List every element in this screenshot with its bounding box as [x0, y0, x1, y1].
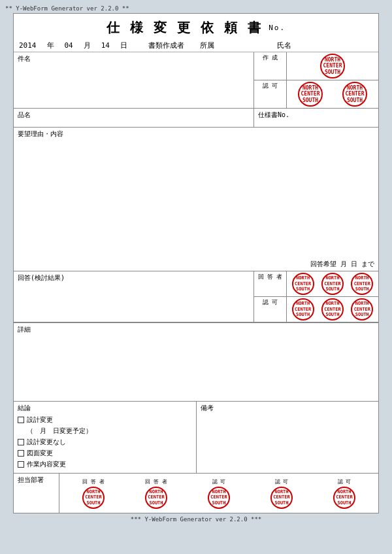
ninka-stamp-1: NORTH CENTER SOUTH — [298, 82, 323, 107]
ninka-stamp-2: NORTH CENTER SOUTH — [342, 82, 367, 107]
nen-label: 年 — [47, 41, 54, 50]
document: 仕 様 変 更 依 頼 書 No. 2014 年 04 月 14 日 書類作成者… — [13, 13, 379, 513]
ketsuron-item-2: 設計変更なし — [27, 438, 66, 447]
kenban-label: 件名 — [18, 55, 31, 62]
checkbox-4[interactable] — [18, 461, 24, 468]
checkbox-row-indent: （ 月 日変更予定） — [18, 426, 192, 436]
tantou-stamp-group-2: 回 答 者 NORTH CENTER SOUTH — [145, 478, 167, 509]
affiliation-label: 所属 — [200, 41, 214, 50]
tantou-stamp-label-3: 認 可 — [212, 478, 226, 485]
sakusei-stamps: NORTH CENTER SOUTH — [287, 52, 378, 80]
youbo-row: 要望理由・内容 回答希望 月 日 まで — [14, 128, 378, 271]
hinmei-label: 品名 — [18, 111, 31, 118]
kotae-kaito-stamp-3: NORTH CENTER SOUTH — [351, 273, 373, 295]
kaito-kibou-label: 回答希望 — [310, 260, 336, 269]
tsuki-label-2: 月 — [340, 260, 347, 269]
kotae-right: 回 答 者 NORTH CENTER SOUTH NORTH CENTER — [254, 271, 378, 322]
kenban-cell: 件名 — [14, 52, 254, 108]
checkbox-row-4: 作業内容変更 — [18, 460, 192, 469]
sakusei-label: 作 成 — [254, 52, 287, 80]
ninka-label: 認 可 — [254, 80, 287, 108]
tantou-stamp-label-1: 回 答 者 — [82, 478, 105, 485]
biko-cell: 備考 — [197, 402, 379, 473]
tantou-stamp-label-2: 回 答 者 — [145, 478, 167, 485]
checkbox-2[interactable] — [18, 439, 24, 445]
kotae-section: 回答(検討結果) 回 答 者 NORTH CENTER SOUTH — [14, 271, 378, 323]
kotae-top-row: 回答(検討結果) 回 答 者 NORTH CENTER SOUTH — [14, 271, 378, 322]
checkbox-row-2: 設計変更なし — [18, 438, 192, 447]
checkbox-row-1: 設計変更 — [18, 415, 192, 424]
title-no: No. — [269, 24, 286, 32]
shiyosho-cell: 仕様書No. — [254, 109, 378, 127]
tantou-stamp-5: NORTH CENTER SOUTH — [333, 487, 355, 509]
tantou-section: 担当部署 回 答 者 NORTH CENTER SOUTH — [14, 474, 378, 513]
document-title: 仕 様 変 更 依 頼 書 No. — [14, 14, 378, 39]
ketsuron-item-3: 図面変更 — [27, 449, 53, 458]
shousai-label: 詳細 — [18, 326, 31, 333]
hinmei-row: 品名 仕様書No. — [14, 109, 378, 128]
ketsuron-label-cell: 結論 — [18, 404, 192, 413]
nichi-label: 日 — [120, 41, 127, 50]
stamp-right: 作 成 NORTH CENTER SOUTH 認 可 — [254, 52, 378, 108]
youbo-label: 要望理由・内容 — [18, 130, 374, 139]
kotae-ninka-stamp-2: NORTH CENTER SOUTH — [321, 298, 344, 320]
kotae-kaito-stamp-1: NORTH CENTER SOUTH — [292, 273, 314, 295]
tantou-stamps-area: 回 答 者 NORTH CENTER SOUTH 回 答 者 NORTH — [59, 474, 378, 513]
shiyosho-label: 仕様書No. — [258, 111, 289, 118]
title-text: 仕 様 変 更 依 頼 書 — [106, 19, 262, 37]
tantou-stamp-4: NORTH CENTER SOUTH — [270, 487, 293, 509]
kotae-kaito-label: 回 答 者 — [254, 271, 287, 296]
tantou-stamp-label-4: 認 可 — [275, 478, 289, 485]
shousai-section: 詳細 — [14, 323, 378, 402]
kotae-kaito-row: 回 答 者 NORTH CENTER SOUTH NORTH CENTER — [254, 271, 378, 297]
youbo-bottom: 回答希望 月 日 まで — [18, 254, 374, 269]
tantou-stamp-group-5: 認 可 NORTH CENTER SOUTH — [333, 478, 355, 509]
kotae-label: 回答(検討結果) — [18, 274, 65, 281]
kenban-row: 件名 作 成 NORTH CENTER SOUTH — [14, 52, 378, 109]
creator-label: 書類作成者 — [148, 41, 184, 50]
tantou-stamp-group-4: 認 可 NORTH CENTER SOUTH — [270, 478, 293, 509]
ninka-row: 認 可 NORTH CENTER SOUTH NORTH CENTER SOUT… — [254, 80, 378, 108]
tantou-label-cell: 担当部署 — [14, 474, 59, 513]
checkbox-1[interactable] — [18, 417, 24, 423]
name-label: 氏名 — [277, 41, 291, 50]
nichi-label-2: 日 — [351, 260, 357, 269]
kotae-label-cell: 回答(検討結果) — [14, 271, 254, 322]
tantou-stamp-group-1: 回 答 者 NORTH CENTER SOUTH — [82, 478, 105, 509]
day: 14 — [101, 41, 110, 50]
month: 04 — [65, 41, 73, 50]
ketsuron-item-1: 設計変更 — [27, 415, 53, 424]
ketsuron-subitem-1: （ 月 日変更予定） — [27, 426, 92, 436]
app-title: ** Y-WebForm Generator ver 2.2.0 ** — [5, 5, 129, 12]
tantou-stamp-label-5: 認 可 — [338, 478, 351, 485]
ketsuron-label: 結論 — [18, 404, 31, 411]
tantou-stamp-1: NORTH CENTER SOUTH — [82, 487, 105, 509]
kotae-kaito-stamps: NORTH CENTER SOUTH NORTH CENTER SOUTH NO… — [287, 271, 378, 296]
tantou-label: 担当部署 — [18, 476, 44, 483]
sakusei-stamp-1: NORTH CENTER SOUTH — [320, 54, 345, 78]
hinmei-cell: 品名 — [14, 109, 254, 127]
tantou-stamp-group-3: 認 可 NORTH CENTER SOUTH — [208, 478, 230, 509]
checkbox-3[interactable] — [18, 450, 24, 457]
ketsuron-left: 結論 設計変更 （ 月 日変更予定） 設計変更なし 図面変更 — [14, 402, 197, 473]
date-row: 2014 年 04 月 14 日 書類作成者 所属 氏名 — [14, 39, 378, 52]
top-bar: ** Y-WebForm Generator ver 2.2.0 ** — [5, 5, 387, 12]
sakusei-row: 作 成 NORTH CENTER SOUTH — [254, 52, 378, 80]
kotae-ninka-stamps: NORTH CENTER SOUTH NORTH CENTER SOUTH NO… — [287, 297, 378, 322]
page-wrapper: ** Y-WebForm Generator ver 2.2.0 ** 仕 様 … — [0, 0, 392, 554]
tsuki-label: 月 — [84, 41, 91, 50]
bottom-bar: *** Y-WebForm Generator ver 2.2.0 *** — [5, 516, 387, 523]
tantou-stamp-3: NORTH CENTER SOUTH — [208, 487, 230, 509]
kotae-kaito-stamp-2: NORTH CENTER SOUTH — [321, 273, 344, 295]
kotae-ninka-stamp-1: NORTH CENTER SOUTH — [292, 298, 314, 320]
ketsuron-item-4: 作業内容変更 — [27, 460, 66, 469]
kotae-ninka-label: 認 可 — [254, 297, 287, 322]
checkbox-row-3: 図面変更 — [18, 449, 192, 458]
year: 2014 — [19, 41, 37, 50]
kotae-ninka-row: 認 可 NORTH CENTER SOUTH NORTH CENTER — [254, 297, 378, 322]
biko-label: 備考 — [201, 404, 214, 411]
kotae-ninka-stamp-3: NORTH CENTER SOUTH — [351, 298, 373, 320]
made-label: まで — [361, 260, 374, 269]
bottom-bar-text: *** Y-WebForm Generator ver 2.2.0 *** — [131, 516, 261, 523]
ninka-stamps: NORTH CENTER SOUTH NORTH CENTER SOUTH — [287, 80, 378, 108]
